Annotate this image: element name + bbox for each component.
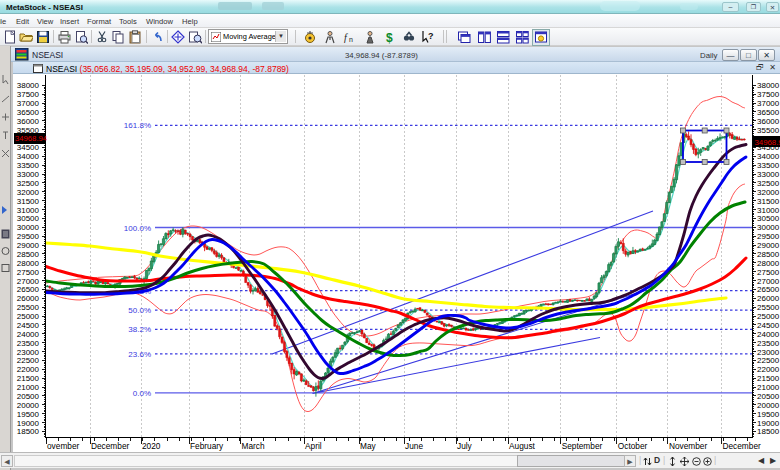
svg-text:19500: 19500 (17, 410, 40, 419)
svg-text:19000: 19000 (17, 419, 40, 428)
svg-text:31500: 31500 (17, 197, 40, 206)
svg-text:31000: 31000 (757, 206, 780, 215)
svg-text:23500: 23500 (17, 339, 40, 348)
svg-text:19500: 19500 (757, 410, 780, 419)
svg-text:22000: 22000 (17, 365, 40, 374)
svg-text:33500: 33500 (17, 161, 40, 170)
svg-text:23000: 23000 (757, 348, 780, 357)
svg-text:25000: 25000 (17, 312, 40, 321)
svg-text:29500: 29500 (757, 232, 780, 241)
svg-text:33500: 33500 (757, 161, 780, 170)
svg-text:31000: 31000 (17, 206, 40, 215)
svg-text:August: August (509, 441, 536, 451)
svg-text:30500: 30500 (17, 214, 40, 223)
svg-text:38.2%: 38.2% (128, 325, 151, 334)
svg-text:28500: 28500 (757, 250, 780, 259)
svg-text:38000: 38000 (17, 81, 40, 90)
svg-text:21000: 21000 (757, 383, 780, 392)
svg-text:31500: 31500 (757, 197, 780, 206)
svg-text:27000: 27000 (17, 277, 40, 286)
svg-text:36000: 36000 (17, 117, 40, 126)
svg-text:19000: 19000 (757, 419, 780, 428)
svg-text:29000: 29000 (757, 241, 780, 250)
svg-text:20500: 20500 (757, 392, 780, 401)
svg-text:34000: 34000 (17, 152, 40, 161)
svg-text:33000: 33000 (17, 170, 40, 179)
svg-text:36500: 36500 (17, 108, 40, 117)
svg-text:22000: 22000 (757, 365, 780, 374)
svg-text:ovember: ovember (47, 441, 80, 451)
svg-text:33000: 33000 (757, 170, 780, 179)
svg-text:25500: 25500 (757, 303, 780, 312)
svg-text:37000: 37000 (17, 99, 40, 108)
svg-text:36000: 36000 (757, 117, 780, 126)
svg-text:24500: 24500 (757, 321, 780, 330)
svg-text:21000: 21000 (17, 383, 40, 392)
svg-text:21500: 21500 (757, 374, 780, 383)
svg-text:October: October (618, 441, 648, 451)
svg-text:28000: 28000 (17, 259, 40, 268)
svg-text:29500: 29500 (17, 232, 40, 241)
svg-text:December: December (91, 441, 130, 451)
svg-text:20000: 20000 (17, 401, 40, 410)
svg-text:26500: 26500 (17, 285, 40, 294)
svg-text:29000: 29000 (17, 241, 40, 250)
svg-text:September: September (562, 441, 603, 451)
svg-text:18500: 18500 (17, 427, 40, 436)
svg-text:18500: 18500 (757, 427, 780, 436)
svg-text:23.6%: 23.6% (128, 350, 151, 359)
svg-text:32500: 32500 (757, 179, 780, 188)
svg-text:34500: 34500 (17, 143, 40, 152)
svg-text:26000: 26000 (757, 294, 780, 303)
svg-text:2020: 2020 (142, 441, 161, 451)
svg-text:23500: 23500 (757, 339, 780, 348)
svg-text:35500: 35500 (757, 126, 780, 135)
svg-text:34968.94: 34968.94 (15, 134, 48, 143)
svg-text:21500: 21500 (17, 374, 40, 383)
svg-text:22500: 22500 (17, 356, 40, 365)
svg-text:34968.9: 34968.9 (755, 138, 780, 147)
svg-text:28500: 28500 (17, 250, 40, 259)
svg-text:100.0%: 100.0% (124, 224, 151, 233)
svg-text:32500: 32500 (17, 179, 40, 188)
svg-text:April: April (305, 441, 322, 451)
svg-text:December: December (723, 441, 762, 451)
svg-text:20000: 20000 (757, 401, 780, 410)
svg-text:50.0%: 50.0% (128, 306, 151, 315)
svg-text:38000: 38000 (757, 81, 780, 90)
svg-text:26500: 26500 (757, 285, 780, 294)
svg-text:27500: 27500 (757, 268, 780, 277)
svg-text:30000: 30000 (17, 223, 40, 232)
svg-text:March: March (242, 441, 265, 451)
svg-text:25000: 25000 (757, 312, 780, 321)
svg-text:37000: 37000 (757, 99, 780, 108)
svg-text:24000: 24000 (17, 330, 40, 339)
svg-text:37500: 37500 (17, 90, 40, 99)
svg-text:30500: 30500 (757, 214, 780, 223)
svg-text:23000: 23000 (17, 348, 40, 357)
svg-text:February: February (190, 441, 224, 451)
svg-text:24500: 24500 (17, 321, 40, 330)
svg-text:28000: 28000 (757, 259, 780, 268)
svg-text:November: November (669, 441, 708, 451)
svg-text:32000: 32000 (757, 188, 780, 197)
svg-text:34000: 34000 (757, 152, 780, 161)
svg-text:27500: 27500 (17, 268, 40, 277)
svg-text:25500: 25500 (17, 303, 40, 312)
svg-text:22500: 22500 (757, 356, 780, 365)
svg-text:30000: 30000 (757, 223, 780, 232)
svg-text:36500: 36500 (757, 108, 780, 117)
svg-text:37500: 37500 (757, 90, 780, 99)
svg-text:May: May (360, 441, 377, 451)
svg-text:20500: 20500 (17, 392, 40, 401)
svg-text:32000: 32000 (17, 188, 40, 197)
svg-text:161.8%: 161.8% (124, 121, 151, 130)
svg-text:July: July (457, 441, 473, 451)
svg-text:0.0%: 0.0% (133, 389, 151, 398)
svg-text:26000: 26000 (17, 294, 40, 303)
svg-text:27000: 27000 (757, 277, 780, 286)
svg-text:24000: 24000 (757, 330, 780, 339)
svg-text:June: June (405, 441, 423, 451)
